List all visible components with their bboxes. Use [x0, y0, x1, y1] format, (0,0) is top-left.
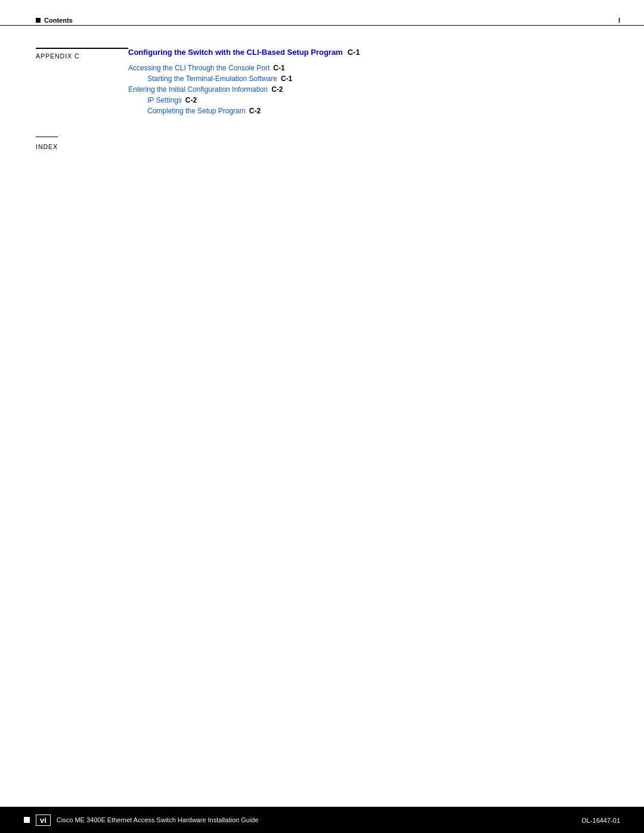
toc-entry-1: Starting the Terminal-Emulation Software…	[147, 75, 608, 83]
toc-link-2[interactable]: Entering the Initial Configuration Infor…	[128, 85, 268, 94]
appendix-c-section: APPENDIX C Configuring the Switch with t…	[36, 48, 608, 117]
appendix-content: Configuring the Switch with the CLI-Base…	[128, 48, 608, 117]
index-label: INDEX	[36, 143, 58, 150]
toc-entry-2: Entering the Initial Configuration Infor…	[128, 85, 608, 94]
footer-right: OL-16447-01	[581, 815, 620, 825]
footer-square-icon	[24, 817, 30, 823]
appendix-title-link[interactable]: Configuring the Switch with the CLI-Base…	[128, 48, 343, 57]
footer-doc-number: OL-16447-01	[581, 817, 620, 824]
index-section: INDEX	[36, 137, 58, 151]
toc-page-0: C-1	[273, 64, 284, 72]
toc-entry-0: Accessing the CLI Through the Console Po…	[128, 64, 608, 72]
toc-page-1: C-1	[281, 75, 292, 83]
main-content: APPENDIX C Configuring the Switch with t…	[36, 48, 608, 151]
contents-text: Contents	[44, 17, 73, 24]
footer-page-number: vi	[36, 815, 51, 826]
footer: vi Cisco ME 3400E Ethernet Access Switch…	[0, 807, 644, 833]
toc-link-3[interactable]: IP Settings	[147, 96, 182, 104]
corner-mark: I	[618, 17, 620, 24]
page-container: I Contents APPENDIX C Configuring the Sw…	[0, 0, 644, 833]
toc-entry-3: IP Settings C-2	[147, 96, 608, 104]
toc-page-3: C-2	[185, 96, 197, 104]
toc-page-4: C-2	[249, 107, 261, 115]
toc-link-0[interactable]: Accessing the CLI Through the Console Po…	[128, 64, 270, 72]
footer-left: vi Cisco ME 3400E Ethernet Access Switch…	[24, 815, 259, 826]
appendix-title-page: C-1	[348, 48, 360, 57]
toc-page-2: C-2	[271, 85, 283, 94]
top-border	[0, 25, 644, 26]
appendix-title-row: Configuring the Switch with the CLI-Base…	[128, 48, 608, 60]
toc-entry-4: Completing the Setup Program C-2	[147, 107, 608, 115]
contents-square-icon	[36, 18, 41, 23]
contents-label: Contents	[36, 17, 73, 24]
appendix-label: APPENDIX C	[36, 48, 128, 60]
toc-link-4[interactable]: Completing the Setup Program	[147, 107, 246, 115]
toc-link-1[interactable]: Starting the Terminal-Emulation Software	[147, 75, 277, 83]
footer-title: Cisco ME 3400E Ethernet Access Switch Ha…	[57, 816, 259, 823]
